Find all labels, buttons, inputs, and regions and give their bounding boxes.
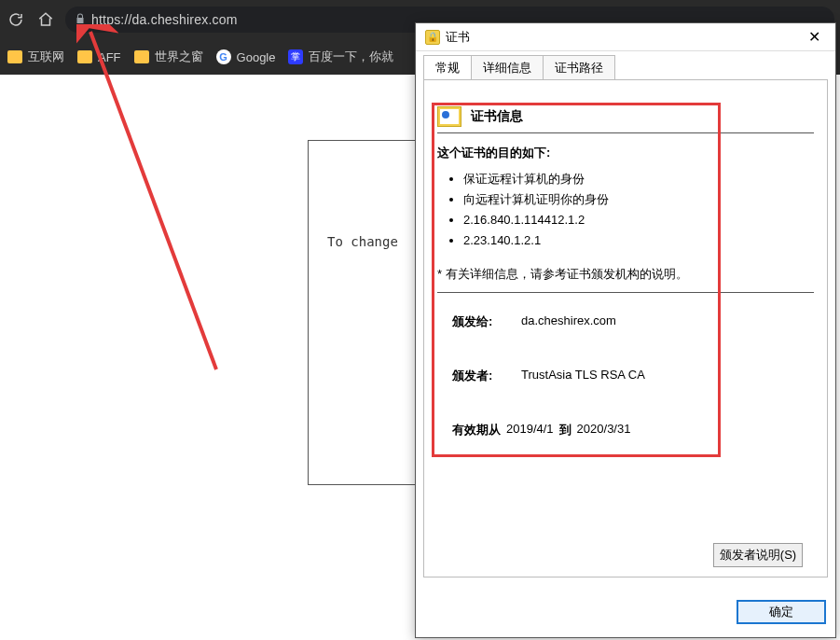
purpose-list: 保证远程计算机的身份 向远程计算机证明你的身份 2.16.840.1.11441… xyxy=(437,169,814,251)
purpose-item: 2.23.140.1.2.1 xyxy=(463,230,814,251)
cert-info-icon xyxy=(437,106,461,127)
tab-details[interactable]: 详细信息 xyxy=(471,55,544,79)
issuer-value: TrustAsia TLS RSA CA xyxy=(521,368,645,384)
bookmark-label: 世界之窗 xyxy=(155,49,203,65)
folder-icon xyxy=(7,50,22,63)
lock-icon xyxy=(75,12,86,28)
validity-to-word: 到 xyxy=(559,422,571,438)
issuer-statement-button[interactable]: 颁发者说明(S) xyxy=(713,543,803,567)
certificate-icon: 🔒 xyxy=(425,30,440,45)
issued-to-value: da.cheshirex.com xyxy=(521,313,616,330)
ok-button[interactable]: 确定 xyxy=(737,600,826,624)
divider xyxy=(437,292,814,293)
bookmark-label: 百度一下，你就 xyxy=(309,49,393,65)
bookmark-item[interactable]: 互联网 xyxy=(7,49,64,65)
divider xyxy=(437,132,814,133)
validity-from: 2019/4/1 xyxy=(506,422,554,438)
folder-icon xyxy=(134,50,149,63)
purpose-item: 2.16.840.1.114412.1.2 xyxy=(463,210,814,230)
issuer-label: 颁发者: xyxy=(452,368,521,384)
cert-info-title: 证书信息 xyxy=(471,108,523,125)
dialog-title: 证书 xyxy=(446,29,470,46)
url-text: https://da.cheshirex.com xyxy=(91,12,238,27)
bookmark-item[interactable]: AFF xyxy=(77,50,121,64)
bookmark-item[interactable]: G Google xyxy=(216,49,276,64)
dialog-body: 常规 详细信息 证书路径 证书信息 这个证书的目的如下: 保证远程计算机的身份 … xyxy=(416,51,835,585)
folder-icon xyxy=(77,50,92,63)
bookmark-item[interactable]: 世界之窗 xyxy=(134,49,203,65)
reload-button[interactable] xyxy=(6,9,26,30)
tab-path[interactable]: 证书路径 xyxy=(543,55,615,79)
bookmark-label: AFF xyxy=(98,50,121,64)
bookmark-label: Google xyxy=(237,50,276,64)
bookmark-label: 互联网 xyxy=(28,49,64,65)
dialog-titlebar: 🔒 证书 ✕ xyxy=(416,23,835,51)
bookmark-item[interactable]: 掌 百度一下，你就 xyxy=(288,49,393,65)
validity-label: 有效期从 xyxy=(452,422,501,438)
validity-to: 2020/3/31 xyxy=(577,422,631,438)
purpose-item: 向远程计算机证明你的身份 xyxy=(463,189,814,210)
ca-note: * 有关详细信息，请参考证书颁发机构的说明。 xyxy=(437,266,814,283)
google-icon: G xyxy=(216,49,231,64)
dialog-footer: 确定 xyxy=(416,585,835,637)
tab-pane-general: 证书信息 这个证书的目的如下: 保证远程计算机的身份 向远程计算机证明你的身份 … xyxy=(423,79,828,577)
purpose-item: 保证远程计算机的身份 xyxy=(463,169,814,189)
purpose-heading: 这个证书的目的如下: xyxy=(437,145,814,161)
tab-general[interactable]: 常规 xyxy=(423,55,472,79)
baidu-icon: 掌 xyxy=(288,49,303,64)
close-button[interactable]: ✕ xyxy=(803,26,826,48)
home-button[interactable] xyxy=(35,9,56,30)
certificate-dialog: 🔒 证书 ✕ 常规 详细信息 证书路径 证书信息 这个证书的目的如下: 保证远程… xyxy=(415,22,836,638)
issued-to-label: 颁发给: xyxy=(452,313,521,330)
tabs: 常规 详细信息 证书路径 xyxy=(423,55,828,79)
